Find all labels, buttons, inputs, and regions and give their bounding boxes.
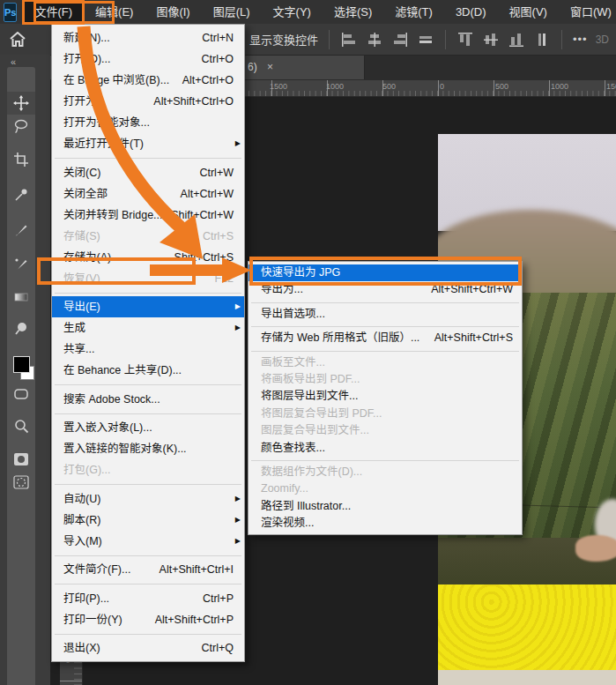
menu-item[interactable]: 在 Bridge 中浏览(B)... Alt+Ctrl+O ▶ (52, 70, 244, 91)
menu-item[interactable]: 置入链接的智能对象(K)... ▶ (52, 438, 244, 459)
menu-item[interactable]: 将图层复合导出到 PDF... ▶ (249, 406, 522, 422)
mask-mode-icon[interactable] (13, 451, 29, 467)
ruler-label: 500 (495, 82, 508, 91)
menubar-item[interactable]: 图像(I) (145, 0, 201, 24)
move-tool[interactable] (7, 92, 35, 115)
align-bottom-icon[interactable] (508, 31, 525, 48)
menu-item-shortcut: Alt+Ctrl+O (182, 70, 234, 91)
menu-item[interactable]: 打开为... Alt+Shift+Ctrl+O ▶ (52, 91, 244, 112)
menu-separator (52, 630, 244, 638)
menu-item[interactable]: 导入(M) ▶ (52, 531, 244, 552)
menu-item-label: 路径到 Illustrator... (261, 500, 351, 512)
menu-item[interactable]: 关闭全部 Alt+Ctrl+W ▶ (52, 183, 244, 205)
menu-item[interactable]: 新建(N)... Ctrl+N ▶ (52, 27, 244, 48)
menu-item-label: 恢复(V) (63, 272, 100, 285)
menu-item[interactable]: Zoomify... ▶ (249, 480, 522, 497)
menu-item[interactable]: 自动(U) ▶ (52, 488, 244, 510)
menubar-item[interactable]: 文件(F) (23, 0, 84, 24)
show-transform-controls-label[interactable]: 显示变换控件 (249, 31, 318, 48)
menu-item[interactable]: 路径到 Illustrator... ▶ (249, 498, 522, 515)
menu-item[interactable]: 渲染视频... ▶ (249, 515, 522, 532)
menubar-item[interactable]: 视图(V) (498, 0, 559, 24)
menu-item[interactable]: 打包(G)... ▶ (52, 459, 244, 480)
submenu-arrow-icon: ▶ (235, 510, 241, 531)
zoom-tool[interactable] (13, 418, 29, 434)
menu-item-label: 导出(E) (63, 301, 100, 313)
eyedropper-tool[interactable] (13, 187, 29, 203)
distribute-h-icon[interactable] (417, 31, 434, 48)
ruler-label: 0 (440, 82, 444, 91)
menu-item-shortcut: Alt+Shift+Ctrl+S (434, 330, 513, 346)
menu-item-label: 将图层复合导出到 PDF... (261, 407, 382, 420)
menu-item[interactable]: 生成 ▶ (52, 317, 244, 339)
menu-item[interactable]: 存储为(A)... Shift+Ctrl+S ▶ (52, 247, 244, 268)
menu-item[interactable]: 颜色查找表... ▶ (249, 440, 522, 457)
menu-item[interactable]: 恢复(V) F12 ▶ (52, 268, 244, 289)
align-center-h-icon[interactable] (366, 31, 383, 48)
menu-item[interactable]: 导出(E) ▶ (52, 296, 244, 317)
menu-item-label: 共享... (63, 343, 94, 355)
menu-item-label: 打开为智能对象... (63, 116, 150, 129)
menu-separator (249, 323, 522, 330)
menubar-item[interactable]: 滤镜(T) (383, 0, 444, 24)
menubar-item[interactable]: 3D(D) (444, 0, 498, 24)
gradient-tool[interactable] (13, 289, 29, 305)
home-icon[interactable] (6, 28, 29, 50)
menu-item[interactable]: 数据组作为文件(D)... ▶ (249, 464, 522, 480)
menu-item[interactable]: 关闭并转到 Bridge... Shift+Ctrl+W ▶ (52, 205, 244, 226)
menubar-item[interactable]: 文字(Y) (262, 0, 323, 24)
submenu-arrow-icon: ▶ (235, 531, 241, 552)
menu-item[interactable]: 图层复合导出到文件... ▶ (249, 422, 522, 439)
menu-item[interactable]: 存储为 Web 所用格式（旧版）... Alt+Shift+Ctrl+S ▶ (249, 330, 522, 346)
brush-tool[interactable] (13, 222, 29, 238)
menu-item[interactable]: 脚本(R) ▶ (52, 510, 244, 531)
menu-item[interactable]: 打印一份(Y) Alt+Shift+Ctrl+P ▶ (52, 609, 244, 630)
menu-item[interactable]: 将图层导出到文件... ▶ (249, 388, 522, 405)
align-top-icon[interactable] (456, 31, 474, 48)
foreground-color-swatch[interactable] (13, 356, 30, 373)
menubar-item[interactable]: 图层(L) (202, 0, 262, 24)
menu-item[interactable]: 画板至文件... ▶ (249, 354, 522, 371)
menu-item-label: 打印(P)... (63, 592, 109, 605)
collapse-panel-icon[interactable]: « (11, 56, 16, 67)
crop-tool[interactable] (13, 152, 29, 168)
menu-item[interactable]: 文件简介(F)... Alt+Shift+Ctrl+I ▶ (52, 559, 244, 580)
menubar-item[interactable]: 窗口(W) (559, 0, 616, 24)
menu-item[interactable]: 打印(P)... Ctrl+P ▶ (52, 588, 244, 609)
menu-item[interactable]: 置入嵌入对象(L)... ▶ (52, 417, 244, 438)
menu-item-label: 新建(N)... (63, 32, 110, 44)
menu-item-label: 在 Bridge 中浏览(B)... (63, 74, 169, 86)
more-options-icon[interactable]: ••• (573, 33, 588, 46)
menu-item-label: 将图层导出到文件... (261, 390, 358, 402)
menu-item[interactable]: 将画板导出到 PDF... ▶ (249, 371, 522, 388)
menu-item-label: 导入(M) (63, 535, 102, 547)
menu-item[interactable]: 退出(X) Ctrl+Q ▶ (52, 637, 244, 659)
menu-item[interactable]: 快速导出为 JPG ▶ (249, 264, 522, 281)
menu-item-label: 颜色查找表... (261, 442, 325, 454)
menu-item[interactable]: 打开(O)... Ctrl+O ▶ (52, 48, 244, 70)
document-tab-title: 6) (248, 61, 257, 73)
menu-item[interactable]: 关闭(C) Ctrl+W ▶ (52, 162, 244, 183)
align-left-icon[interactable] (340, 31, 358, 48)
dodge-tool[interactable] (13, 321, 29, 337)
menubar-item[interactable]: 选择(S) (323, 0, 383, 24)
menu-separator (52, 410, 244, 418)
menu-item[interactable]: 导出首选项... ▶ (249, 306, 522, 323)
align-right-icon[interactable] (391, 31, 409, 48)
menu-item[interactable]: 搜索 Adobe Stock... ▶ (52, 389, 244, 410)
align-center-v-icon[interactable] (482, 31, 500, 48)
menu-item[interactable]: 在 Behance 上共享(D)... ▶ (52, 360, 244, 381)
lasso-tool[interactable] (13, 118, 29, 134)
quick-mask-mode-icon[interactable] (13, 474, 29, 490)
menu-item-shortcut: Alt+Shift+Ctrl+W (431, 281, 513, 298)
menu-separator (249, 299, 522, 306)
menu-item[interactable]: 打开为智能对象... ▶ (52, 112, 244, 133)
menubar-item[interactable]: 编辑(E) (84, 0, 145, 24)
menu-item[interactable]: 导出为... Alt+Shift+Ctrl+W ▶ (249, 281, 522, 298)
tab-close-icon[interactable]: × (267, 61, 273, 73)
menu-item[interactable]: 最近打开文件(T) ▶ (52, 133, 244, 154)
menu-item[interactable]: 存储(S) Ctrl+S ▶ (52, 226, 244, 247)
distribute-v-icon[interactable] (533, 31, 551, 48)
mixer-brush-tool[interactable] (13, 256, 29, 272)
menu-item[interactable]: 共享... ▶ (52, 339, 244, 360)
